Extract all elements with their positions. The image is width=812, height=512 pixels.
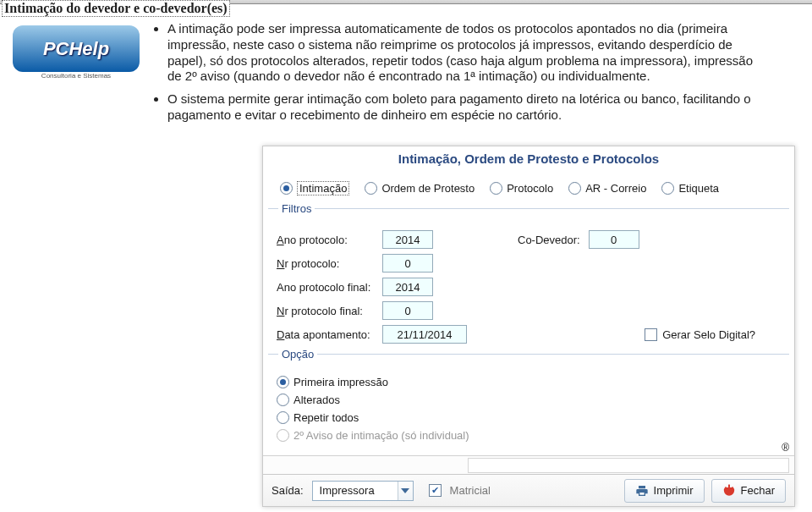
logo-text: PCHelp [13,25,140,72]
label-saida: Saída: [272,484,304,497]
radio-dot-icon [277,376,289,388]
printer-icon [635,484,649,498]
radio-label: AR - Correio [585,182,646,195]
radio-dot-icon [568,182,581,195]
radio-dot-icon [661,182,674,195]
group-opcao: Opção [268,354,789,376]
bullet-item: O sistema permite gerar intimação com bo… [167,91,770,124]
radio-dot-icon [277,411,289,424]
radio-etiqueta[interactable]: Etiqueta [661,181,719,195]
checkbox-gerar-selo[interactable] [645,328,657,341]
radio-intimacao[interactable]: Intimação [280,181,349,195]
close-button[interactable]: Fechar [711,479,786,503]
radio-dot-icon [280,182,293,195]
power-icon [722,484,736,498]
button-label: Fechar [741,484,775,497]
app-window: Intimação, Ordem de Protesto e Protocolo… [262,146,795,507]
input-data-apontamento[interactable] [382,325,467,344]
button-label: Imprimir [654,484,694,497]
window-title: Intimação, Ordem de Protesto e Protocolo… [263,146,794,174]
label-data-apontamento: Data apontamento: [277,328,382,341]
radio-protocolo[interactable]: Protocolo [490,181,553,195]
label-co-devedor: Co-Devedor: [518,234,580,246]
radio-label: Protocolo [507,182,553,195]
checkbox-matricial: Matricial [429,484,491,497]
label-gerar-selo: Gerar Selo Digital? [662,328,755,341]
chevron-down-icon [398,482,413,500]
radio-dot-icon [277,429,289,442]
label-ano-protocolo: Ano protocolo: [277,234,382,246]
description-list: A intimação pode ser impressa automatica… [152,21,804,130]
option-label: Alterados [294,394,340,406]
label-nr-protocolo: Nr protocolo: [277,257,382,270]
print-button[interactable]: Imprimir [624,479,705,503]
registered-mark: ® [782,442,789,454]
radio-dot-icon [277,394,289,406]
radio-alterados[interactable] [277,394,289,406]
checkbox-label: Matricial [450,484,491,497]
combo-saida[interactable]: Impressora [312,481,414,501]
radio-segundo-aviso [277,429,289,442]
brand-logo: PCHelp Consultoria e Sistemas [8,21,144,80]
input-nr-protocolo[interactable] [382,254,433,273]
radio-label: Etiqueta [678,182,719,195]
label-ano-protocolo-final: Ano protocolo final: [277,281,382,294]
status-box [468,458,789,473]
bullet-item: A intimação pode ser impressa automatica… [167,21,770,85]
combo-value: Impressora [313,484,398,497]
input-nr-protocolo-final[interactable] [382,301,433,320]
window-footer: Saída: Impressora Matricial Imprimir Fec… [263,474,794,506]
radio-ar-correio[interactable]: AR - Correio [568,181,646,195]
radio-ordem-protesto[interactable]: Ordem de Protesto [365,181,475,195]
radio-dot-icon [365,182,377,195]
input-co-devedor[interactable] [589,230,639,249]
radio-label: Intimação [297,181,349,195]
label-nr-protocolo-final: Nr protocolo final: [277,305,382,317]
group-filtros: Filtros [268,208,789,230]
status-bar [263,455,794,474]
option-label: Primeira impressão [294,376,388,388]
radio-label: Ordem de Protesto [381,182,475,195]
input-ano-protocolo[interactable] [382,230,433,249]
radio-repetir-todos[interactable] [277,411,289,424]
input-ano-protocolo-final[interactable] [382,278,433,296]
radio-primeira-impressao[interactable] [277,376,289,388]
page-title: Intimação do devedor e co-devedor(es) [2,0,230,17]
document-type-radios: Intimação Ordem de Protesto Protocolo AR… [263,174,794,208]
checkbox-icon [429,484,442,497]
option-label: 2º Aviso de intimação (só individual) [294,429,469,442]
logo-subtitle: Consultoria e Sistemas [41,72,111,80]
radio-dot-icon [490,182,502,195]
option-label: Repetir todos [294,411,359,424]
